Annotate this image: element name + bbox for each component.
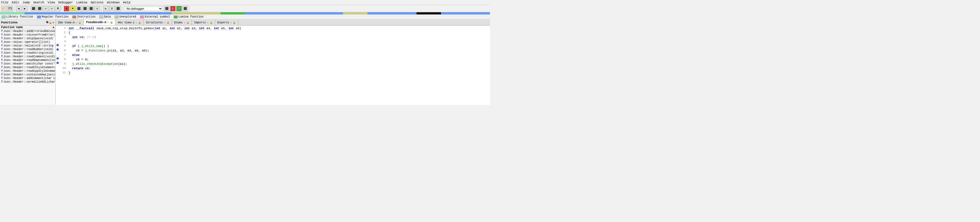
tab-lock-icon[interactable]: 🔒 — [78, 21, 81, 24]
tab-lock-icon[interactable]: 🔒 — [186, 21, 189, 24]
tab-hex-view-1[interactable]: Hex View-1✕🔒 — [116, 19, 144, 25]
tabs-row: IDA View-A✕🔒Pseudocode-A✕🔒Hex View-1✕🔒St… — [56, 19, 490, 25]
menu-help[interactable]: Help — [123, 1, 130, 4]
function-icon: f — [1, 70, 3, 73]
functions-panel-unlock-btn[interactable]: 🔓 — [49, 21, 52, 24]
menu-file[interactable]: File — [1, 1, 8, 4]
functions-panel-float-btn[interactable]: ⧉ — [46, 21, 48, 24]
code-view[interactable]: 1int __fastcall Java_com_vip_vcsp_KeyInf… — [56, 25, 490, 105]
code-line[interactable]: 6 v9 = j_Functions_gs(a1, a2, a4, a5, a6… — [56, 48, 490, 53]
function-name: Json::Value::operator[](int) — [3, 41, 50, 44]
toolbar-redo-btn[interactable]: ↪ — [49, 6, 54, 11]
tab-close-icon[interactable]: ✕ — [230, 21, 232, 24]
function-list-item[interactable]: fJson::Value::operator[](int) — [0, 40, 56, 44]
function-list-item[interactable]: fJson::Reader::readComment(void) — [0, 55, 56, 59]
toolbar-color1-btn[interactable]: ● — [64, 6, 69, 11]
function-list[interactable]: fJson::Reader::addErrorAndRecover(std::s… — [0, 30, 56, 105]
tab-lock-icon[interactable]: 🔒 — [110, 21, 113, 24]
toolbar-copy-btn[interactable]: ⬛ — [30, 6, 36, 11]
toolbar-forward-btn[interactable]: ▶ — [22, 6, 27, 11]
function-list-item[interactable]: fJson::Reader::readCppStyleComment(void) — [0, 69, 56, 73]
tab-close-icon[interactable]: ✕ — [184, 21, 185, 24]
tab-lock-icon[interactable]: 🔒 — [233, 21, 236, 24]
toolbar-open-btn[interactable]: 📂 — [1, 6, 7, 11]
line-number: 2 — [60, 31, 67, 35]
line-text: j_Utils_checkJniException(a1); — [67, 62, 127, 66]
code-line[interactable]: 3 int v9; // r5 — [56, 35, 490, 40]
tab-exports[interactable]: Exports✕🔒 — [215, 19, 238, 25]
toolbar-lumina-btn4[interactable]: ⬛ — [182, 6, 188, 11]
function-list-item[interactable]: fJson::Value::Value(std::string const&) — [0, 44, 56, 48]
code-line[interactable]: 2{ — [56, 31, 490, 35]
tab-structures[interactable]: Structures✕🔒 — [144, 19, 172, 25]
toolbar-paste-btn[interactable]: ⬛ — [37, 6, 42, 11]
tab-ida-view-a[interactable]: IDA View-A✕🔒 — [56, 19, 84, 25]
function-name: Json::Reader::readNumber(void) — [3, 48, 54, 51]
function-list-item[interactable]: fJson::Reader::readNumber(void) — [0, 48, 56, 51]
functions-title: Functions — [1, 21, 18, 24]
code-line[interactable]: 9 j_Utils_checkJniException(a1); — [56, 62, 490, 66]
function-list-item[interactable]: fJson::Reader::skipSpaces(void) — [0, 37, 56, 40]
tab-close-icon[interactable]: ✕ — [76, 21, 77, 24]
tab-enums[interactable]: Enums✕🔒 — [172, 19, 192, 25]
function-list-item[interactable]: fJson::Reader::addComment(char const*,ch… — [0, 76, 56, 80]
tab-close-icon[interactable]: ✕ — [207, 21, 208, 24]
code-line[interactable]: 1int __fastcall Java_com_vip_vcsp_KeyInf… — [56, 26, 490, 31]
legend-unexplored-label: Unexplored — [119, 15, 136, 18]
toolbar-color4-btn[interactable]: ⬛ — [82, 6, 88, 11]
toolbar-color2-btn[interactable]: ● — [70, 6, 75, 11]
toolbar-undo-btn[interactable]: ↩ — [43, 6, 48, 11]
menu-edit[interactable]: Edit — [12, 1, 19, 4]
functions-panel-close-btn[interactable]: ✕ — [52, 21, 54, 24]
menu-lumina[interactable]: Lumina — [76, 1, 88, 4]
code-line[interactable]: 4 — [56, 40, 490, 44]
legend-regular-label: Regular function — [42, 15, 68, 18]
menu-jump[interactable]: Jump — [22, 1, 30, 4]
tab-lock-icon[interactable]: 🔒 — [210, 21, 213, 24]
menu-windows[interactable]: Windows — [107, 1, 120, 4]
menu-view[interactable]: View — [48, 1, 55, 4]
menu-search[interactable]: Search — [33, 1, 44, 4]
tab-imports[interactable]: Imports✕🔒 — [192, 19, 215, 25]
tab-close-icon[interactable]: ✕ — [164, 21, 165, 24]
toolbar-color5-btn[interactable]: ⬛ — [88, 6, 94, 11]
debugger-select[interactable]: No debugger — [124, 6, 163, 11]
code-line[interactable]: 10 return v9; — [56, 66, 490, 71]
function-list-item[interactable]: fJson::Reader::addErrorAndRecover(std::s… — [0, 30, 56, 33]
tab-pseudocode-a[interactable]: Pseudocode-A✕🔒 — [84, 19, 115, 25]
function-list-item[interactable]: fJson::Reader::readRawComment(void) — [0, 59, 56, 62]
function-name-label: Function name — [1, 26, 23, 29]
line-number: 7 — [60, 53, 67, 57]
toolbar-stop-btn[interactable]: ⬛ — [115, 6, 121, 11]
function-list-item[interactable]: fJson::Reader::match(char const*,int) — [0, 62, 56, 66]
legend-data: Data — [99, 15, 111, 18]
code-line[interactable]: 11} — [56, 71, 490, 75]
function-sort-icon[interactable]: ▲ — [52, 26, 54, 29]
toolbar-back-btn[interactable]: ◀ — [16, 6, 21, 11]
toolbar-lumina-btn1[interactable]: ⬛ — [164, 6, 170, 11]
toolbar-letter-btn[interactable]: A — [55, 6, 61, 11]
code-line[interactable]: 8 v9 = 0; — [56, 57, 490, 62]
code-line[interactable]: 5 if ( j_Utils_ima() ) — [56, 44, 490, 48]
code-line[interactable]: 7 else — [56, 53, 490, 57]
toolbar-pause-btn[interactable]: ⏸ — [109, 6, 115, 11]
menu-options[interactable]: Options — [91, 1, 103, 4]
toolbar-lumina-btn2[interactable]: L — [170, 6, 176, 11]
menu-debugger[interactable]: Debugger — [58, 1, 73, 4]
function-list-item[interactable]: fJson::Reader::readCStyleComment(void) — [0, 66, 56, 69]
tab-close-icon[interactable]: ✕ — [107, 21, 108, 24]
function-list-item[interactable]: fJson::Reader::readString(void) — [0, 51, 56, 55]
color-seg-6 — [343, 12, 368, 14]
tab-close-icon[interactable]: ✕ — [135, 21, 137, 24]
toolbar-play-btn[interactable]: ▶ — [103, 6, 108, 11]
function-list-item[interactable]: fJson::Reader::recoverFromError(Json::Re… — [0, 33, 56, 37]
toolbar-lumina-btn3[interactable]: + — [176, 6, 182, 11]
function-list-item[interactable]: fJson::Reader::normalizeEOL(char const*,… — [0, 80, 56, 84]
tab-lock-icon[interactable]: 🔒 — [138, 21, 141, 24]
function-list-item[interactable]: fJson::Reader::containsNewLine(char cons… — [0, 73, 56, 76]
toolbar-cross-btn[interactable]: ✕ — [94, 6, 100, 11]
toolbar-color3-btn[interactable]: ⬛ — [76, 6, 81, 11]
function-name: Json::Reader::match(char const*,int) — [3, 62, 56, 65]
tab-lock-icon[interactable]: 🔒 — [167, 21, 170, 24]
toolbar-save-btn[interactable]: 💾 — [7, 6, 13, 11]
